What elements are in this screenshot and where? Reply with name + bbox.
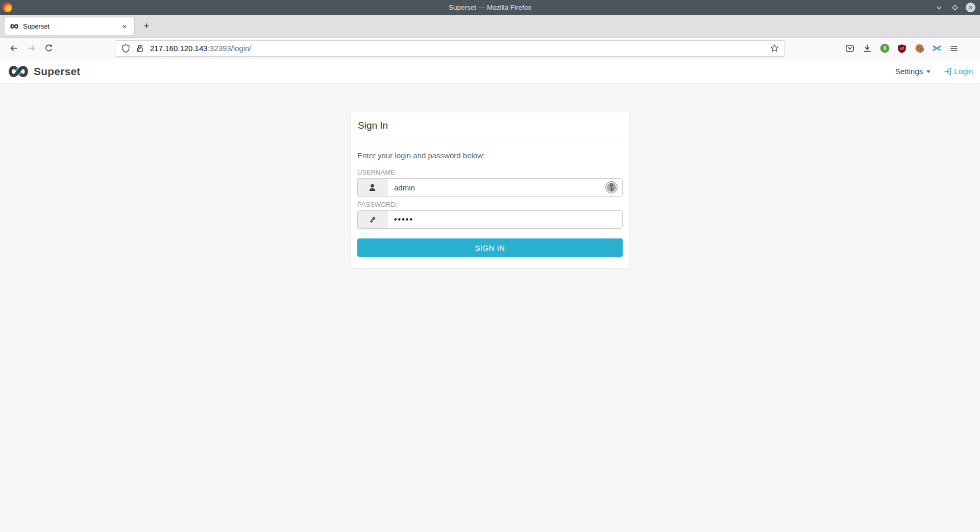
bookmark-star-icon[interactable] bbox=[767, 42, 781, 55]
close-icon: × bbox=[969, 4, 973, 11]
username-group bbox=[357, 178, 623, 197]
key-icon bbox=[357, 210, 387, 229]
firefox-window: Superset — Mozilla Firefox × Superset × … bbox=[0, 0, 980, 532]
login-label: Login bbox=[954, 67, 973, 76]
password-label: PASSWORD: bbox=[357, 201, 623, 208]
titlebar: Superset — Mozilla Firefox × bbox=[0, 0, 980, 15]
brand-name: Superset bbox=[34, 65, 80, 78]
caret-down-icon bbox=[926, 70, 930, 73]
close-button[interactable]: × bbox=[966, 3, 975, 12]
signin-form: Enter your login and password below: USE… bbox=[351, 138, 629, 268]
url-host: 217.160.120.143 bbox=[150, 44, 208, 53]
sign-in-button[interactable]: SIGN IN bbox=[357, 238, 623, 257]
window-title: Superset — Mozilla Firefox bbox=[0, 4, 980, 11]
navbar-right: Settings Login bbox=[895, 67, 973, 76]
new-tab-button[interactable]: + bbox=[138, 18, 155, 34]
tab-strip: Superset × + bbox=[0, 15, 980, 38]
reload-icon bbox=[44, 44, 53, 53]
sign-in-icon bbox=[944, 67, 952, 76]
url-text[interactable]: 217.160.120.143:32393/login/ bbox=[150, 44, 767, 53]
username-label: USERNAME: bbox=[357, 168, 623, 176]
settings-label: Settings bbox=[895, 67, 923, 76]
asterisk-extension-icon[interactable] bbox=[928, 40, 945, 57]
downloads-icon[interactable] bbox=[859, 40, 876, 57]
keepassxc-icon[interactable] bbox=[605, 181, 618, 194]
page-content: Sign In Enter your login and password be… bbox=[0, 84, 980, 532]
url-bar[interactable]: 217.160.120.143:32393/login/ bbox=[115, 40, 785, 57]
hamburger-menu-icon[interactable] bbox=[945, 40, 963, 57]
superset-navbar: Superset Settings Login bbox=[0, 59, 980, 84]
forward-arrow-icon bbox=[27, 44, 36, 53]
maximize-button[interactable] bbox=[950, 3, 960, 12]
toolbar-extensions: uO bbox=[841, 40, 963, 57]
firefox-logo-icon bbox=[3, 3, 12, 12]
insecure-lock-icon[interactable] bbox=[133, 42, 147, 55]
superset-favicon-icon bbox=[10, 23, 19, 29]
tab-superset[interactable]: Superset × bbox=[5, 17, 134, 35]
back-button[interactable] bbox=[5, 40, 22, 57]
back-arrow-icon bbox=[10, 44, 18, 53]
signin-instruction: Enter your login and password below: bbox=[357, 151, 623, 160]
login-link[interactable]: Login bbox=[944, 67, 973, 76]
cookie-extension-icon[interactable] bbox=[911, 40, 928, 57]
pocket-icon[interactable] bbox=[841, 40, 859, 57]
superset-logo-icon bbox=[7, 65, 30, 78]
person-icon bbox=[357, 178, 387, 197]
tab-title: Superset bbox=[23, 22, 119, 30]
privacy-extension-icon[interactable] bbox=[876, 40, 893, 57]
password-input[interactable] bbox=[387, 210, 623, 229]
reload-button[interactable] bbox=[40, 40, 57, 57]
window-controls: × bbox=[934, 3, 980, 12]
superset-brand-link[interactable]: Superset bbox=[7, 65, 80, 78]
footer-divider bbox=[0, 523, 980, 523]
tab-close-icon[interactable]: × bbox=[119, 20, 130, 32]
minimize-button[interactable] bbox=[934, 3, 944, 12]
diamond-icon bbox=[951, 4, 959, 11]
signin-heading: Sign In bbox=[351, 112, 629, 138]
url-path: :32393/login/ bbox=[208, 44, 252, 53]
ublock-origin-icon[interactable]: uO bbox=[893, 40, 911, 57]
password-group bbox=[357, 210, 623, 229]
tracking-protection-shield-icon[interactable] bbox=[118, 42, 133, 55]
signin-panel: Sign In Enter your login and password be… bbox=[350, 112, 630, 269]
svg-text:uO: uO bbox=[899, 46, 904, 50]
forward-button[interactable] bbox=[22, 40, 40, 57]
settings-menu[interactable]: Settings bbox=[895, 67, 930, 76]
username-input[interactable] bbox=[387, 178, 623, 197]
navigation-toolbar: 217.160.120.143:32393/login/ uO bbox=[0, 38, 980, 59]
chevron-down-icon bbox=[936, 4, 943, 11]
